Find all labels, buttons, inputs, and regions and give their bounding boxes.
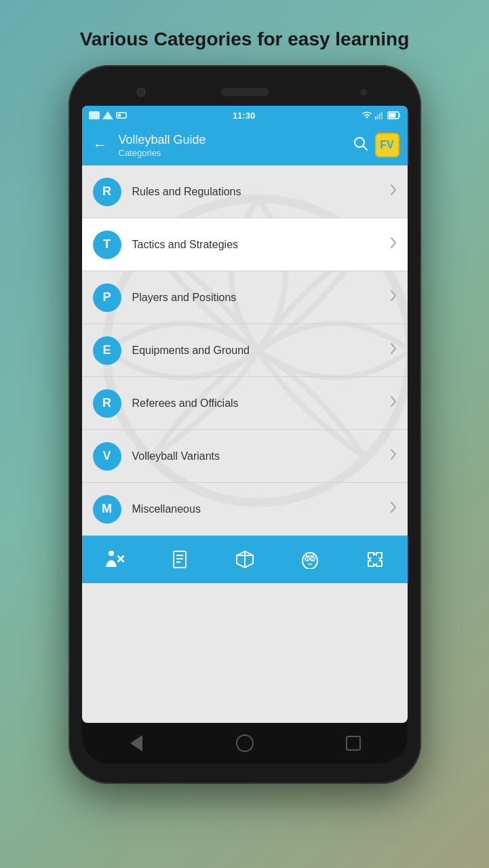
category-letter-icon: R xyxy=(93,178,121,206)
battery-icon xyxy=(387,111,401,119)
list-item[interactable]: EEquipments and Ground xyxy=(82,324,408,377)
status-time: 11:30 xyxy=(233,111,255,121)
camera-indicator xyxy=(136,87,146,97)
search-icon xyxy=(353,136,368,151)
nav-owl[interactable] xyxy=(290,545,330,574)
category-letter-icon: V xyxy=(93,442,121,471)
svg-point-26 xyxy=(307,558,308,559)
category-label: Equipments and Ground xyxy=(132,344,390,357)
notification-icon-2 xyxy=(102,111,113,119)
list-item[interactable]: TTactics and Strategies xyxy=(82,218,408,271)
svg-point-14 xyxy=(109,551,114,556)
back-button[interactable]: ← xyxy=(90,134,111,157)
box-icon xyxy=(235,550,254,569)
list-item[interactable]: RReferees and Officials xyxy=(82,377,408,430)
category-label: Referees and Officials xyxy=(132,397,390,410)
phone-device: 11:30 xyxy=(69,65,421,784)
chevron-right-icon xyxy=(390,395,397,411)
phone-bottom-hardware xyxy=(82,723,408,764)
app-bar-subtitle: Categories xyxy=(119,148,345,158)
notification-icon-3 xyxy=(116,111,127,119)
chevron-right-icon xyxy=(390,184,397,199)
category-label: Volleyball Variants xyxy=(132,450,390,462)
svg-rect-6 xyxy=(379,113,380,119)
category-label: Miscellaneous xyxy=(132,503,390,515)
player-icon xyxy=(104,549,125,570)
svg-rect-9 xyxy=(399,114,400,117)
recent-square-icon xyxy=(346,736,361,751)
light-sensor xyxy=(360,89,367,96)
app-logo: FV xyxy=(375,133,399,157)
list-item[interactable]: PPlayers and Positions xyxy=(82,271,408,324)
svg-rect-7 xyxy=(381,112,383,119)
phone-screen: 11:30 xyxy=(82,106,408,723)
svg-rect-10 xyxy=(388,113,395,118)
app-bar-title: Volleyball Guide xyxy=(119,133,345,148)
nav-puzzle[interactable] xyxy=(355,545,395,574)
status-icons-right xyxy=(361,111,401,119)
status-bar: 11:30 xyxy=(82,106,408,125)
svg-point-27 xyxy=(312,558,313,559)
svg-rect-4 xyxy=(375,117,376,119)
category-letter-icon: P xyxy=(93,283,121,312)
phone-top-hardware xyxy=(82,79,408,106)
category-label: Players and Positions xyxy=(132,292,390,304)
app-bar-titles: Volleyball Guide Categories xyxy=(119,133,345,158)
svg-rect-5 xyxy=(377,115,378,119)
back-hardware-button[interactable] xyxy=(126,733,146,753)
back-triangle-icon xyxy=(130,735,142,751)
svg-rect-0 xyxy=(89,111,100,119)
chevron-right-icon xyxy=(390,237,397,252)
nav-notes[interactable] xyxy=(160,545,201,574)
notification-icon-1 xyxy=(89,111,100,119)
app-bar-actions: FV xyxy=(353,133,399,157)
category-letter-icon: R xyxy=(93,389,121,418)
svg-rect-3 xyxy=(118,114,121,117)
svg-line-12 xyxy=(363,146,367,150)
list-item[interactable]: MMiscellaneous xyxy=(82,483,408,536)
signal-icon xyxy=(375,111,385,119)
bottom-nav xyxy=(82,536,408,583)
app-bar: ← Volleyball Guide Categories FV xyxy=(82,125,408,165)
svg-marker-1 xyxy=(102,111,113,119)
home-hardware-button[interactable] xyxy=(235,733,255,753)
category-letter-icon: E xyxy=(93,336,121,365)
puzzle-icon xyxy=(366,550,385,569)
chevron-right-icon xyxy=(390,342,397,358)
owl-icon xyxy=(300,550,319,569)
search-button[interactable] xyxy=(353,136,368,155)
category-label: Tactics and Strategies xyxy=(132,239,390,251)
category-letter-icon: M xyxy=(93,495,121,524)
category-label: Rules and Regulations xyxy=(132,186,390,198)
category-list: RRules and RegulationsTTactics and Strat… xyxy=(82,165,408,536)
nav-box[interactable] xyxy=(224,545,265,574)
page-title: Various Categories for easy learning xyxy=(53,0,437,65)
nav-player[interactable] xyxy=(94,544,136,575)
wifi-icon xyxy=(361,111,372,119)
notes-icon xyxy=(171,550,190,569)
chevron-right-icon xyxy=(390,290,397,305)
list-item[interactable]: RRules and Regulations xyxy=(82,165,408,218)
content-list: RRules and RegulationsTTactics and Strat… xyxy=(82,165,408,536)
chevron-right-icon xyxy=(390,448,397,464)
recent-hardware-button[interactable] xyxy=(343,733,364,753)
category-letter-icon: T xyxy=(93,231,121,259)
status-icons-left xyxy=(89,111,127,119)
speaker-grill xyxy=(221,88,269,96)
home-circle-icon xyxy=(236,734,254,752)
list-item[interactable]: VVolleyball Variants xyxy=(82,430,408,483)
chevron-right-icon xyxy=(390,501,397,517)
